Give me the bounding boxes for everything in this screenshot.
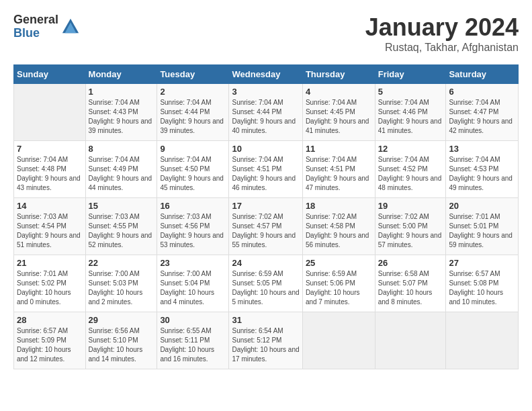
day-info: Sunrise: 6:56 AMSunset: 5:10 PMDaylight:… (89, 326, 154, 364)
calendar-cell: 4Sunrise: 7:04 AMSunset: 4:45 PMDaylight… (302, 84, 375, 141)
day-info: Sunrise: 7:02 AMSunset: 5:00 PMDaylight:… (378, 212, 443, 250)
day-number: 26 (378, 258, 443, 268)
day-number: 29 (89, 315, 154, 325)
calendar-cell: 30Sunrise: 6:55 AMSunset: 5:11 PMDayligh… (157, 312, 229, 369)
header-wednesday: Wednesday (229, 65, 302, 84)
calendar-cell: 20Sunrise: 7:01 AMSunset: 5:01 PMDayligh… (446, 198, 519, 255)
header-thursday: Thursday (302, 65, 375, 84)
calendar-cell (14, 84, 86, 141)
title-section: January 2024 Rustaq, Takhar, Afghanistan (365, 13, 519, 54)
day-info: Sunrise: 7:03 AMSunset: 4:56 PMDaylight:… (160, 212, 226, 250)
day-info: Sunrise: 7:04 AMSunset: 4:51 PMDaylight:… (232, 155, 299, 193)
calendar-cell (375, 312, 446, 369)
day-info: Sunrise: 6:59 AMSunset: 5:05 PMDaylight:… (232, 269, 299, 307)
calendar-cell (446, 312, 519, 369)
day-info: Sunrise: 7:04 AMSunset: 4:43 PMDaylight:… (89, 98, 154, 136)
main-title: January 2024 (365, 13, 519, 42)
day-number: 7 (17, 144, 83, 154)
day-info: Sunrise: 7:04 AMSunset: 4:50 PMDaylight:… (160, 155, 226, 193)
day-info: Sunrise: 6:59 AMSunset: 5:06 PMDaylight:… (306, 269, 372, 307)
calendar-cell: 22Sunrise: 7:00 AMSunset: 5:03 PMDayligh… (85, 255, 157, 312)
day-number: 22 (89, 258, 154, 268)
day-info: Sunrise: 7:04 AMSunset: 4:47 PMDaylight:… (449, 98, 515, 136)
header-row: SundayMondayTuesdayWednesdayThursdayFrid… (14, 65, 519, 84)
calendar-cell: 8Sunrise: 7:04 AMSunset: 4:49 PMDaylight… (85, 141, 157, 198)
day-info: Sunrise: 6:55 AMSunset: 5:11 PMDaylight:… (160, 326, 226, 364)
calendar-cell: 6Sunrise: 7:04 AMSunset: 4:47 PMDaylight… (446, 84, 519, 141)
calendar-table: SundayMondayTuesdayWednesdayThursdayFrid… (13, 64, 519, 369)
day-info: Sunrise: 7:04 AMSunset: 4:52 PMDaylight:… (378, 155, 443, 193)
day-info: Sunrise: 7:02 AMSunset: 4:58 PMDaylight:… (306, 212, 372, 250)
calendar-cell: 26Sunrise: 6:58 AMSunset: 5:07 PMDayligh… (375, 255, 446, 312)
calendar-cell: 21Sunrise: 7:01 AMSunset: 5:02 PMDayligh… (14, 255, 86, 312)
calendar-cell: 11Sunrise: 7:04 AMSunset: 4:51 PMDayligh… (302, 141, 375, 198)
day-number: 19 (378, 201, 443, 211)
logo-general: General (13, 13, 58, 27)
header-monday: Monday (85, 65, 157, 84)
calendar-cell: 23Sunrise: 7:00 AMSunset: 5:04 PMDayligh… (157, 255, 229, 312)
day-info: Sunrise: 7:04 AMSunset: 4:44 PMDaylight:… (160, 98, 226, 136)
day-info: Sunrise: 6:57 AMSunset: 5:08 PMDaylight:… (449, 269, 515, 307)
day-number: 1 (89, 87, 154, 97)
calendar-cell: 14Sunrise: 7:03 AMSunset: 4:54 PMDayligh… (14, 198, 86, 255)
day-number: 2 (160, 87, 226, 97)
week-row: 14Sunrise: 7:03 AMSunset: 4:54 PMDayligh… (14, 198, 519, 255)
day-info: Sunrise: 7:04 AMSunset: 4:51 PMDaylight:… (306, 155, 372, 193)
day-number: 30 (160, 315, 226, 325)
calendar-cell: 16Sunrise: 7:03 AMSunset: 4:56 PMDayligh… (157, 198, 229, 255)
calendar-cell: 9Sunrise: 7:04 AMSunset: 4:50 PMDaylight… (157, 141, 229, 198)
calendar-cell: 3Sunrise: 7:04 AMSunset: 4:44 PMDaylight… (229, 84, 302, 141)
header-friday: Friday (375, 65, 446, 84)
calendar-cell: 18Sunrise: 7:02 AMSunset: 4:58 PMDayligh… (302, 198, 375, 255)
week-row: 1Sunrise: 7:04 AMSunset: 4:43 PMDaylight… (14, 84, 519, 141)
calendar-cell: 31Sunrise: 6:54 AMSunset: 5:12 PMDayligh… (229, 312, 302, 369)
day-number: 25 (306, 258, 372, 268)
calendar-cell: 2Sunrise: 7:04 AMSunset: 4:44 PMDaylight… (157, 84, 229, 141)
day-info: Sunrise: 6:54 AMSunset: 5:12 PMDaylight:… (232, 326, 299, 364)
day-number: 18 (306, 201, 372, 211)
day-info: Sunrise: 7:02 AMSunset: 4:57 PMDaylight:… (232, 212, 299, 250)
day-info: Sunrise: 7:00 AMSunset: 5:04 PMDaylight:… (160, 269, 226, 307)
day-info: Sunrise: 6:57 AMSunset: 5:09 PMDaylight:… (17, 326, 83, 364)
day-info: Sunrise: 7:04 AMSunset: 4:45 PMDaylight:… (306, 98, 372, 136)
calendar-cell: 27Sunrise: 6:57 AMSunset: 5:08 PMDayligh… (446, 255, 519, 312)
calendar-cell: 7Sunrise: 7:04 AMSunset: 4:48 PMDaylight… (14, 141, 86, 198)
calendar-cell (302, 312, 375, 369)
week-row: 28Sunrise: 6:57 AMSunset: 5:09 PMDayligh… (14, 312, 519, 369)
logo-blue: Blue (13, 27, 58, 40)
logo: General Blue (13, 13, 80, 40)
day-info: Sunrise: 7:04 AMSunset: 4:49 PMDaylight:… (89, 155, 154, 193)
day-number: 20 (449, 201, 515, 211)
day-number: 28 (17, 315, 83, 325)
day-number: 5 (378, 87, 443, 97)
day-info: Sunrise: 7:04 AMSunset: 4:48 PMDaylight:… (17, 155, 83, 193)
calendar-cell: 25Sunrise: 6:59 AMSunset: 5:06 PMDayligh… (302, 255, 375, 312)
header-saturday: Saturday (446, 65, 519, 84)
week-row: 7Sunrise: 7:04 AMSunset: 4:48 PMDaylight… (14, 141, 519, 198)
day-info: Sunrise: 7:01 AMSunset: 5:02 PMDaylight:… (17, 269, 83, 307)
subtitle: Rustaq, Takhar, Afghanistan (365, 42, 519, 54)
logo-text: General Blue (13, 13, 58, 40)
calendar-cell: 13Sunrise: 7:04 AMSunset: 4:53 PMDayligh… (446, 141, 519, 198)
day-number: 15 (89, 201, 154, 211)
day-info: Sunrise: 7:00 AMSunset: 5:03 PMDaylight:… (89, 269, 154, 307)
day-number: 12 (378, 144, 443, 154)
day-number: 16 (160, 201, 226, 211)
day-info: Sunrise: 7:04 AMSunset: 4:44 PMDaylight:… (232, 98, 299, 136)
calendar-cell: 5Sunrise: 7:04 AMSunset: 4:46 PMDaylight… (375, 84, 446, 141)
day-number: 21 (17, 258, 83, 268)
day-number: 8 (89, 144, 154, 154)
calendar-cell: 10Sunrise: 7:04 AMSunset: 4:51 PMDayligh… (229, 141, 302, 198)
calendar-body: 1Sunrise: 7:04 AMSunset: 4:43 PMDaylight… (14, 84, 519, 369)
day-number: 14 (17, 201, 83, 211)
calendar-cell: 29Sunrise: 6:56 AMSunset: 5:10 PMDayligh… (85, 312, 157, 369)
week-row: 21Sunrise: 7:01 AMSunset: 5:02 PMDayligh… (14, 255, 519, 312)
day-number: 24 (232, 258, 299, 268)
day-number: 13 (449, 144, 515, 154)
day-number: 4 (306, 87, 372, 97)
page-header: General Blue January 2024 Rustaq, Takhar… (13, 13, 519, 54)
day-number: 10 (232, 144, 299, 154)
calendar-cell: 12Sunrise: 7:04 AMSunset: 4:52 PMDayligh… (375, 141, 446, 198)
day-number: 27 (449, 258, 515, 268)
header-sunday: Sunday (14, 65, 86, 84)
